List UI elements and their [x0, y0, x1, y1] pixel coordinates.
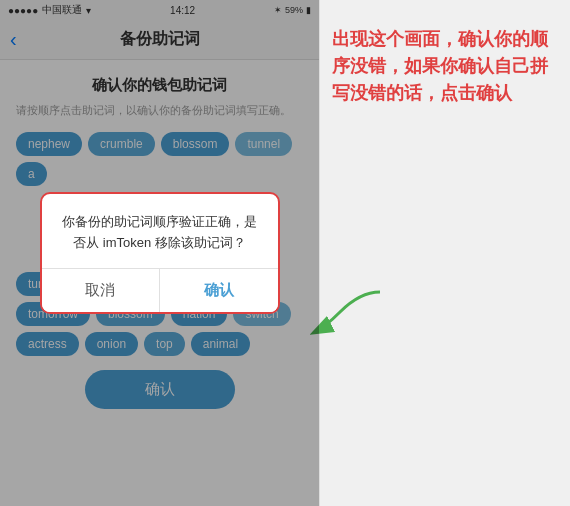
dialog-cancel-button[interactable]: 取消: [42, 269, 161, 312]
dialog-actions: 取消 确认: [42, 268, 278, 312]
arrow-icon: [310, 282, 390, 342]
dialog-overlay: 你备份的助记词顺序验证正确，是否从 imToken 移除该助记词？ 取消 确认: [0, 0, 319, 506]
phone-frame: ●●●●● 中国联通 ▾ 14:12 ✶ 59% ▮ ‹ 备份助记词 确认你的钱…: [0, 0, 320, 506]
dialog-message: 你备份的助记词顺序验证正确，是否从 imToken 移除该助记词？: [58, 212, 262, 254]
annotation-panel: 出现这个画面，确认你的顺序没错，如果你确认自己拼写没错的话，点击确认: [320, 0, 570, 506]
dialog-box: 你备份的助记词顺序验证正确，是否从 imToken 移除该助记词？ 取消 确认: [40, 192, 280, 314]
dialog-confirm-button[interactable]: 确认: [160, 269, 278, 312]
dialog-body: 你备份的助记词顺序验证正确，是否从 imToken 移除该助记词？: [42, 194, 278, 268]
arrow-container: [310, 282, 390, 346]
annotation-text: 出现这个画面，确认你的顺序没错，如果你确认自己拼写没错的话，点击确认: [332, 26, 558, 107]
